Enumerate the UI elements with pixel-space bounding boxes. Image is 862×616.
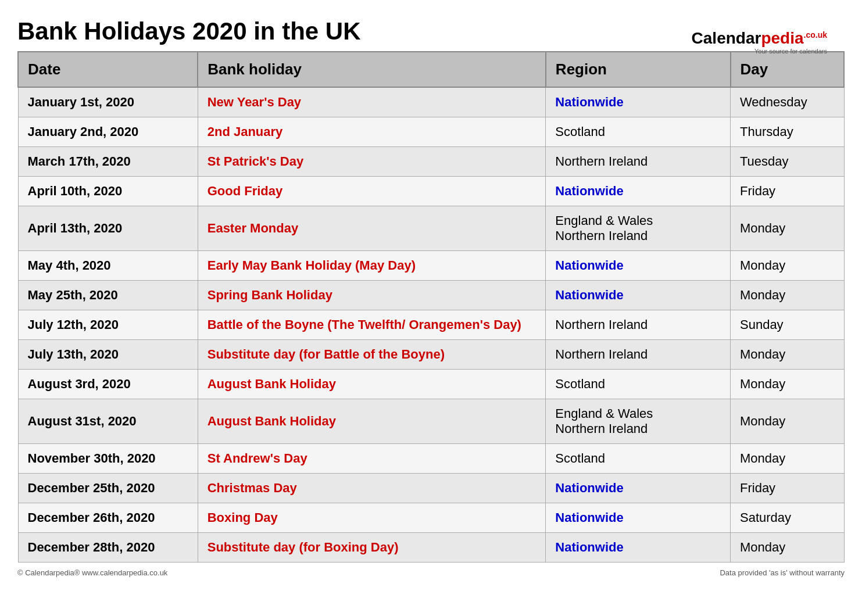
cell-date: December 28th, 2020 xyxy=(18,533,198,563)
cell-date: August 3rd, 2020 xyxy=(18,370,198,399)
logo-area: Calendarpedia.co.uk Your source for cale… xyxy=(692,29,827,55)
cell-day: Monday xyxy=(731,340,845,370)
cell-holiday: Early May Bank Holiday (May Day) xyxy=(198,251,546,281)
cell-date: July 13th, 2020 xyxy=(18,340,198,370)
cell-day: Monday xyxy=(731,370,845,399)
table-row: November 30th, 2020St Andrew's DayScotla… xyxy=(18,444,844,474)
cell-region: Northern Ireland xyxy=(546,340,731,370)
col-header-holiday: Bank holiday xyxy=(198,52,546,87)
cell-holiday: St Patrick's Day xyxy=(198,147,546,177)
cell-holiday: Boxing Day xyxy=(198,503,546,533)
footer-left: © Calendarpedia® www.calendarpedia.co.uk xyxy=(17,568,167,577)
table-row: July 12th, 2020Battle of the Boyne (The … xyxy=(18,310,844,340)
cell-day: Thursday xyxy=(731,117,845,147)
table-row: December 26th, 2020Boxing DayNationwideS… xyxy=(18,503,844,533)
logo-co: .co.uk xyxy=(804,30,827,40)
cell-date: May 4th, 2020 xyxy=(18,251,198,281)
cell-region: Scotland xyxy=(546,117,731,147)
table-header-row: Date Bank holiday Region Day xyxy=(18,52,844,87)
table-row: August 31st, 2020August Bank HolidayEngl… xyxy=(18,399,844,444)
table-row: December 28th, 2020Substitute day (for B… xyxy=(18,533,844,563)
cell-date: April 10th, 2020 xyxy=(18,177,198,206)
cell-region: England & WalesNorthern Ireland xyxy=(546,399,731,444)
cell-date: April 13th, 2020 xyxy=(18,206,198,251)
cell-region: Nationwide xyxy=(546,177,731,206)
cell-holiday: Substitute day (for Battle of the Boyne) xyxy=(198,340,546,370)
cell-date: November 30th, 2020 xyxy=(18,444,198,474)
table-row: March 17th, 2020St Patrick's DayNorthern… xyxy=(18,147,844,177)
cell-holiday: Christmas Day xyxy=(198,474,546,503)
cell-holiday: 2nd January xyxy=(198,117,546,147)
table-row: July 13th, 2020Substitute day (for Battl… xyxy=(18,340,844,370)
cell-day: Monday xyxy=(731,206,845,251)
cell-holiday: Easter Monday xyxy=(198,206,546,251)
cell-region: Nationwide xyxy=(546,87,731,117)
cell-holiday: Battle of the Boyne (The Twelfth/ Orange… xyxy=(198,310,546,340)
cell-region: Nationwide xyxy=(546,474,731,503)
cell-holiday: New Year's Day xyxy=(198,87,546,117)
logo-brand-red: pedia xyxy=(761,29,803,47)
cell-date: January 1st, 2020 xyxy=(18,87,198,117)
table-row: January 1st, 2020New Year's DayNationwid… xyxy=(18,87,844,117)
holidays-table: Date Bank holiday Region Day January 1st… xyxy=(17,51,845,563)
cell-region: Nationwide xyxy=(546,281,731,310)
cell-region: Nationwide xyxy=(546,251,731,281)
logo: Calendarpedia.co.uk xyxy=(692,29,827,48)
cell-day: Sunday xyxy=(731,310,845,340)
cell-region: Scotland xyxy=(546,444,731,474)
logo-tagline: Your source for calendars xyxy=(692,48,827,55)
cell-holiday: August Bank Holiday xyxy=(198,370,546,399)
cell-region: Northern Ireland xyxy=(546,147,731,177)
table-row: April 13th, 2020Easter MondayEngland & W… xyxy=(18,206,844,251)
cell-day: Monday xyxy=(731,533,845,563)
cell-region: Northern Ireland xyxy=(546,310,731,340)
cell-date: May 25th, 2020 xyxy=(18,281,198,310)
cell-date: August 31st, 2020 xyxy=(18,399,198,444)
cell-date: December 25th, 2020 xyxy=(18,474,198,503)
table-row: January 2nd, 20202nd JanuaryScotlandThur… xyxy=(18,117,844,147)
footer: © Calendarpedia® www.calendarpedia.co.uk… xyxy=(17,568,845,577)
cell-region: England & WalesNorthern Ireland xyxy=(546,206,731,251)
table-row: August 3rd, 2020August Bank HolidayScotl… xyxy=(18,370,844,399)
cell-day: Monday xyxy=(731,281,845,310)
cell-date: March 17th, 2020 xyxy=(18,147,198,177)
cell-date: December 26th, 2020 xyxy=(18,503,198,533)
cell-holiday: St Andrew's Day xyxy=(198,444,546,474)
cell-day: Monday xyxy=(731,399,845,444)
cell-day: Tuesday xyxy=(731,147,845,177)
cell-day: Friday xyxy=(731,177,845,206)
cell-holiday: August Bank Holiday xyxy=(198,399,546,444)
table-row: May 25th, 2020Spring Bank HolidayNationw… xyxy=(18,281,844,310)
table-row: May 4th, 2020Early May Bank Holiday (May… xyxy=(18,251,844,281)
table-row: December 25th, 2020Christmas DayNationwi… xyxy=(18,474,844,503)
cell-holiday: Spring Bank Holiday xyxy=(198,281,546,310)
cell-date: January 2nd, 2020 xyxy=(18,117,198,147)
footer-right: Data provided 'as is' without warranty xyxy=(720,568,845,577)
cell-region: Nationwide xyxy=(546,503,731,533)
cell-day: Saturday xyxy=(731,503,845,533)
cell-day: Wednesday xyxy=(731,87,845,117)
cell-holiday: Good Friday xyxy=(198,177,546,206)
cell-day: Monday xyxy=(731,251,845,281)
logo-brand: Calendar xyxy=(692,29,761,47)
cell-holiday: Substitute day (for Boxing Day) xyxy=(198,533,546,563)
col-header-date: Date xyxy=(18,52,198,87)
cell-region: Nationwide xyxy=(546,533,731,563)
col-header-day: Day xyxy=(731,52,845,87)
cell-date: July 12th, 2020 xyxy=(18,310,198,340)
cell-day: Friday xyxy=(731,474,845,503)
cell-region: Scotland xyxy=(546,370,731,399)
cell-day: Monday xyxy=(731,444,845,474)
col-header-region: Region xyxy=(546,52,731,87)
table-row: April 10th, 2020Good FridayNationwideFri… xyxy=(18,177,844,206)
